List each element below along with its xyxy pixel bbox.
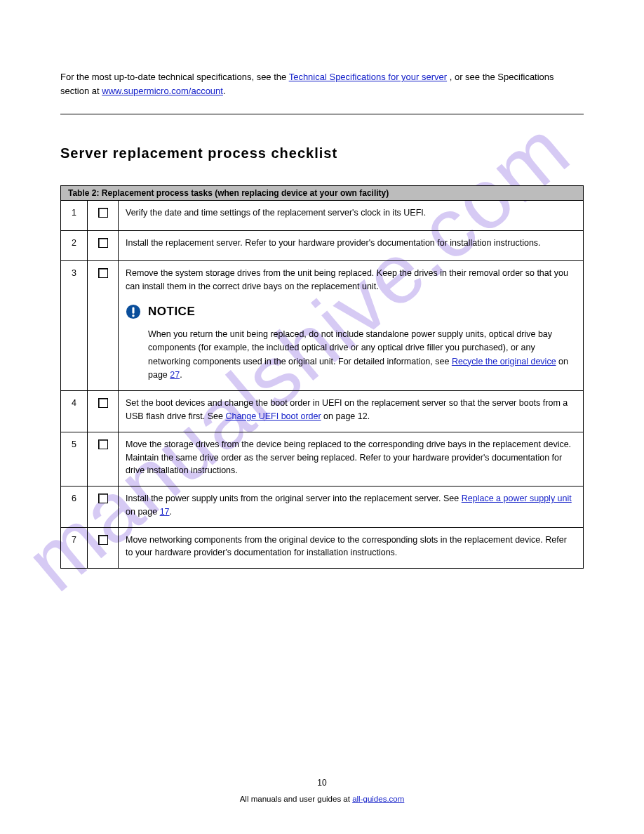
link-power-supply[interactable]: Replace a power supply unit (462, 494, 572, 503)
table-row: 6 Install the power supply units from th… (61, 486, 584, 528)
notice-icon (126, 304, 141, 319)
section-divider (60, 114, 584, 114)
row-number: 1 (61, 201, 88, 231)
row-text: Set the boot devices and change the boot… (119, 391, 584, 432)
link-uefi[interactable]: Change UEFI boot order (225, 411, 321, 421)
notice-body: When you return the unit being replaced,… (148, 328, 576, 383)
link-page27[interactable]: 27 (170, 370, 180, 380)
table-row: 4 Set the boot devices and change the bo… (61, 391, 584, 432)
checkbox-icon[interactable] (98, 268, 108, 278)
checkbox-icon[interactable] (98, 439, 108, 449)
row-text: Install the power supply units from the … (119, 486, 584, 528)
row-number: 3 (61, 260, 88, 391)
row-checkbox-cell (88, 201, 119, 231)
table-header: Table 2: Replacement process tasks (when… (60, 185, 584, 200)
row-text: Verify the date and time settings of the… (119, 201, 584, 231)
row-number: 7 (61, 527, 88, 569)
intro-paragraph: For the most up-to-date technical specif… (60, 70, 584, 98)
row-text: Remove the system storage drives from th… (119, 260, 584, 391)
checkbox-icon[interactable] (98, 238, 108, 248)
link-manualshive[interactable]: all-guides.com (352, 795, 404, 803)
svg-point-2 (132, 315, 134, 317)
page-number: 10 (0, 778, 644, 788)
link-tech-specs[interactable]: Technical Specifications for your server (289, 72, 447, 82)
table-row: 3 Remove the system storage drives from … (61, 260, 584, 391)
link-recycle[interactable]: Recycle the original device (452, 357, 556, 366)
checkbox-icon[interactable] (98, 535, 108, 545)
row-text: Install the replacement server. Refer to… (119, 231, 584, 261)
checkbox-icon[interactable] (98, 398, 108, 408)
row-number: 4 (61, 391, 88, 432)
section-heading: Server replacement process checklist (60, 145, 584, 161)
page-footer: 10 All manuals and user guides at all-gu… (0, 778, 644, 803)
table-row: 7 Move networking components from the or… (61, 527, 584, 569)
row-text: Move networking components from the orig… (119, 527, 584, 569)
notice-label: NOTICE (148, 303, 195, 321)
row-number: 2 (61, 231, 88, 261)
svg-rect-1 (132, 307, 134, 314)
table-row: 5 Move the storage drives from the devic… (61, 432, 584, 486)
checkbox-icon[interactable] (98, 494, 108, 503)
checklist-table: 1 Verify the date and time settings of t… (60, 200, 584, 569)
table-row: 2 Install the replacement server. Refer … (61, 231, 584, 261)
link-spec-url[interactable]: www.supermicro.com/account (102, 86, 223, 96)
checkbox-icon[interactable] (98, 208, 108, 218)
table-row: 1 Verify the date and time settings of t… (61, 201, 584, 231)
row-number: 6 (61, 486, 88, 528)
row-text: Move the storage drives from the device … (119, 432, 584, 486)
row-number: 5 (61, 432, 88, 486)
link-page17[interactable]: 17 (160, 507, 170, 517)
